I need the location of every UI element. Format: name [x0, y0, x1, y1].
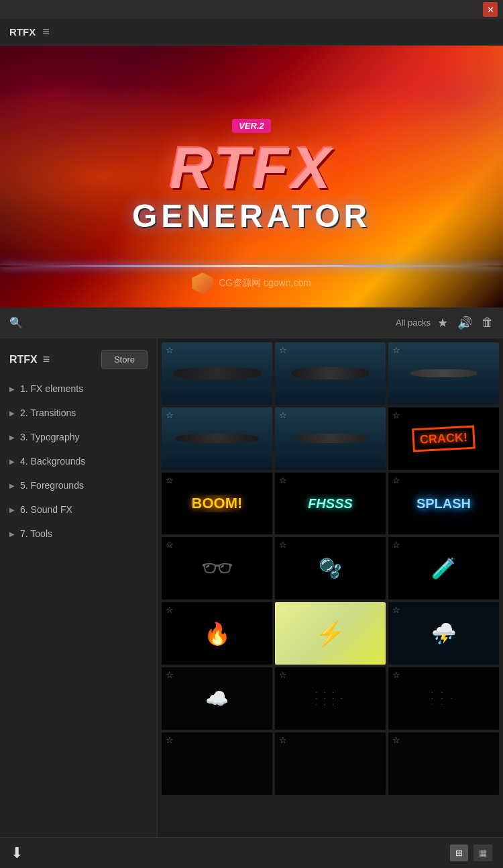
brush-stroke-2	[292, 367, 370, 379]
star-icon-slime[interactable]: ☆	[392, 540, 400, 550]
watermark-text: CG资源网 cgown.com	[219, 277, 311, 289]
dots-visual: · ·· · ·· ·	[431, 689, 455, 708]
star-icon-extra-3[interactable]: ☆	[392, 735, 400, 745]
grid-item-brush-3[interactable]: ☆	[388, 342, 499, 405]
particles-visual: · · ·· · · ·· · ·	[316, 689, 345, 708]
title-bar: ✕	[0, 0, 503, 19]
sidebar-header: RTFX ≡ Store	[0, 345, 157, 377]
star-icon-cloud2[interactable]: ☆	[166, 670, 174, 680]
brush-stroke-4	[176, 434, 259, 443]
view-list-button[interactable]: ▦	[473, 845, 492, 861]
star-icon-4[interactable]: ☆	[166, 410, 174, 420]
sidebar: RTFX ≡ Store ▶ 1. FX elements ▶ 2. Trans…	[0, 338, 158, 837]
view-icons: ⊞ ▦	[450, 845, 492, 861]
grid-item-extra-1[interactable]: ☆	[162, 732, 272, 795]
star-icon-glasses[interactable]: ☆	[166, 540, 174, 550]
close-button[interactable]: ✕	[483, 2, 498, 17]
star-icon-1[interactable]: ☆	[166, 345, 174, 355]
star-icon-dots[interactable]: ☆	[392, 670, 400, 680]
sidebar-hamburger-icon[interactable]: ≡	[43, 352, 50, 367]
grid-item-splash[interactable]: ☆ SPLASH	[388, 473, 499, 535]
grid-item-particles[interactable]: ☆ · · ·· · · ·· · ·	[275, 667, 386, 730]
star-icon-5[interactable]: ☆	[279, 410, 287, 420]
arrow-icon-tools: ▶	[9, 530, 15, 538]
grid-container: ☆ ☆ ☆ ☆	[162, 342, 499, 795]
sidebar-item-typography[interactable]: ▶ 3. Typography	[0, 425, 157, 449]
all-packs-label[interactable]: All packs	[396, 318, 431, 328]
grid-item-fire[interactable]: ☆ 🔥	[162, 602, 272, 665]
grid-item-brush-2[interactable]: ☆	[275, 342, 386, 405]
sidebar-item-foregrounds[interactable]: ▶ 5. Foregrounds	[0, 473, 157, 497]
star-icon-drip[interactable]: ☆	[279, 540, 287, 550]
hero-title-rtfx: RTFX	[132, 138, 371, 197]
sidebar-item-sound-fx[interactable]: ▶ 6. Sound FX	[0, 497, 157, 522]
app-hamburger-icon[interactable]: ≡	[42, 25, 50, 39]
star-icon-extra-1[interactable]: ☆	[166, 735, 174, 745]
arrow-icon-transitions: ▶	[9, 409, 15, 417]
grid-item-cloud-rain[interactable]: ☆ ⛈️	[388, 602, 499, 665]
search-input[interactable]	[30, 318, 389, 328]
grid-item-cloud2[interactable]: ☆ ☁️	[162, 667, 272, 730]
star-icon-particles[interactable]: ☆	[279, 670, 287, 680]
arrow-icon-backgrounds: ▶	[9, 458, 15, 465]
grid-item-brush-4[interactable]: ☆	[162, 407, 272, 470]
grid-item-drip[interactable]: ☆ 🫧	[275, 537, 386, 599]
search-actions: ★ 🔊 🗑	[437, 316, 494, 330]
ver-badge: VER.2	[232, 119, 271, 133]
glasses-icon: 🕶️	[201, 552, 234, 584]
grid-item-glasses[interactable]: ☆ 🕶️	[162, 537, 272, 599]
sidebar-item-transitions[interactable]: ▶ 2. Transitions	[0, 401, 157, 425]
sidebar-label-tools: 7. Tools	[20, 528, 52, 539]
content-area: ☆ ☆ ☆ ☆	[158, 338, 503, 837]
grid-item-extra-3[interactable]: ☆	[388, 732, 499, 795]
sidebar-item-fx-elements[interactable]: ▶ 1. FX elements	[0, 377, 157, 401]
lightning-effect	[0, 265, 503, 267]
arrow-icon-typography: ▶	[9, 434, 15, 441]
slime-icon: 🧪	[431, 557, 456, 580]
download-icon[interactable]: ⬇	[11, 845, 23, 862]
brush-stroke-5	[294, 434, 366, 443]
grid-item-boom[interactable]: ☆ BOOM!	[162, 473, 272, 535]
grid-item-brush-5[interactable]: ☆	[275, 407, 386, 470]
star-icon-lightning[interactable]: ☆	[279, 605, 287, 615]
star-icon-boom[interactable]: ☆	[166, 475, 174, 485]
star-icon-cloud-rain[interactable]: ☆	[392, 605, 400, 615]
sidebar-label-typography: 3. Typography	[20, 432, 79, 442]
star-icon-3[interactable]: ☆	[392, 345, 400, 355]
star-icon-extra-2[interactable]: ☆	[279, 735, 287, 745]
grid-item-crack[interactable]: ☆ CRACK!	[388, 407, 499, 470]
star-icon-fire[interactable]: ☆	[166, 605, 174, 615]
grid-item-lightning[interactable]: ☆ ⚡	[275, 602, 386, 665]
grid-item-fhsss[interactable]: ☆ FHSSS	[275, 473, 386, 535]
sidebar-label-foregrounds: 5. Foregrounds	[20, 480, 84, 491]
grid-item-dots[interactable]: ☆ · ·· · ·· ·	[388, 667, 499, 730]
boom-text: BOOM!	[192, 495, 243, 512]
watermark: CG资源网 cgown.com	[192, 273, 311, 294]
cloud-rain-icon: ⛈️	[431, 622, 456, 645]
cloud-icon: ☁️	[205, 687, 229, 710]
star-icon-2[interactable]: ☆	[279, 345, 287, 355]
app-title: RTFX	[9, 26, 36, 38]
star-icon-crack[interactable]: ☆	[392, 410, 400, 420]
sidebar-label-backgrounds: 4. Backgrounds	[20, 456, 85, 467]
hero-banner: VER.2 RTFX GENERATOR CG资源网 cgown.com	[0, 46, 503, 307]
hero-title-generator: GENERATOR	[132, 197, 371, 234]
sidebar-item-tools[interactable]: ▶ 7. Tools	[0, 522, 157, 546]
trash-icon[interactable]: 🗑	[482, 316, 494, 330]
grid-item-brush-1[interactable]: ☆	[162, 342, 272, 405]
speaker-icon[interactable]: 🔊	[457, 316, 472, 330]
star-icon-splash[interactable]: ☆	[392, 475, 400, 485]
favorite-filter-icon[interactable]: ★	[437, 316, 448, 330]
fire-icon: 🔥	[204, 621, 231, 646]
star-icon-fhsss[interactable]: ☆	[279, 475, 287, 485]
sidebar-item-backgrounds[interactable]: ▶ 4. Backgrounds	[0, 449, 157, 473]
sidebar-title: RTFX	[9, 354, 38, 366]
drip-shape: 🫧	[319, 557, 342, 579]
arrow-icon-foregrounds: ▶	[9, 482, 15, 489]
grid-item-slime[interactable]: ☆ 🧪	[388, 537, 499, 599]
grid-item-extra-2[interactable]: ☆	[275, 732, 386, 795]
store-button[interactable]: Store	[101, 350, 148, 369]
view-grid-button[interactable]: ⊞	[450, 845, 468, 861]
search-bar: 🔍 All packs ★ 🔊 🗑	[0, 307, 503, 338]
app-bar: RTFX ≡	[0, 19, 503, 46]
